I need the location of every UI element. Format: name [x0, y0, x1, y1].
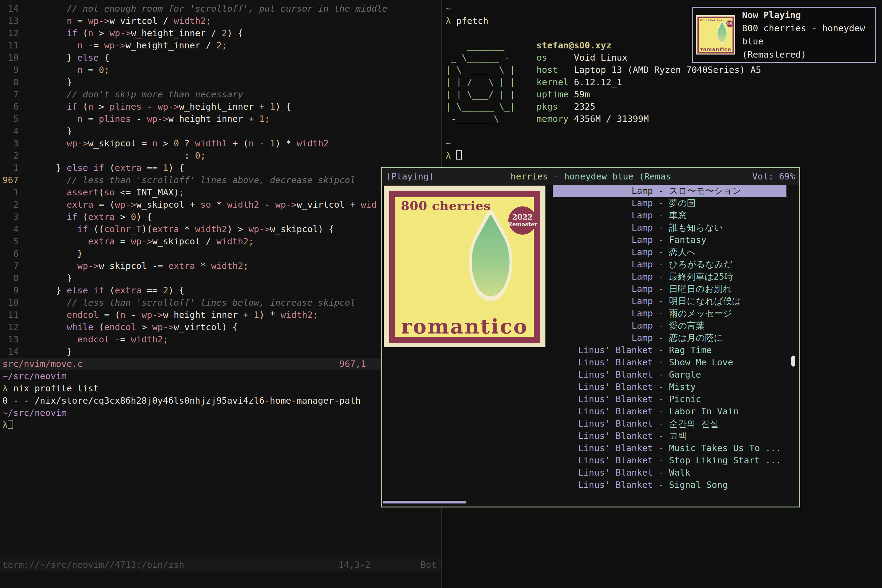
- playlist-title: 夢の国: [669, 197, 696, 209]
- playlist-title: 고백: [669, 430, 687, 442]
- playlist-separator: -: [653, 356, 669, 368]
- terminal-line: 0 - - /nix/store/cq3cx86h28j0y46ls0nhjzj…: [3, 394, 361, 407]
- line-number: 6: [3, 248, 19, 260]
- playlist-artist: Linus' Blanket: [553, 430, 653, 442]
- playlist-item[interactable]: Linus' Blanket - Walk: [553, 466, 786, 478]
- code-line[interactable]: 10 } else {: [3, 51, 387, 64]
- line-number: 5: [3, 235, 19, 248]
- progress-bar[interactable]: [383, 501, 466, 504]
- playlist-item[interactable]: Lamp - 夢の国: [553, 197, 786, 209]
- statusline-ruler: 967,1: [339, 358, 366, 370]
- playlist-title: Stop Liking Start ...: [669, 454, 781, 466]
- line-number: 10: [3, 297, 19, 309]
- playlist-title: スロ〜モ〜ション: [669, 184, 741, 197]
- playlist-item[interactable]: Linus' Blanket - Misty: [553, 381, 786, 393]
- playlist-separator: -: [653, 197, 669, 209]
- line-number: 9: [3, 284, 19, 297]
- code-line[interactable]: 2 : 0;: [3, 150, 387, 162]
- playlist-item[interactable]: Lamp - 雨のメッセージ: [553, 307, 786, 320]
- playlist-item[interactable]: Linus' Blanket - Gargle: [553, 368, 786, 381]
- playlist-item[interactable]: Linus' Blanket - 순간의 진실: [553, 417, 786, 430]
- code-line[interactable]: 4 if ((colnr_T)(extra * width2) > wp->w_…: [3, 223, 387, 235]
- playlist-item[interactable]: Linus' Blanket - Show Me Love: [553, 356, 786, 368]
- playlist-item[interactable]: Linus' Blanket - Music Takes Us To ...: [553, 442, 786, 454]
- playlist-item[interactable]: Linus' Blanket - Rag Time: [553, 344, 786, 356]
- playlist-title: Rag Time: [669, 344, 712, 356]
- playlist-item[interactable]: Lamp - 恋人へ: [553, 246, 786, 258]
- album-thumbnail: 800 cherries 2022 Remaster romantico: [696, 12, 735, 58]
- playlist-item[interactable]: Linus' Blanket - Picnic: [553, 393, 786, 405]
- terminal-output[interactable]: ~/src/neovimλ nix profile list0 - - /nix…: [3, 370, 361, 431]
- code-line[interactable]: 13 endcol -= width2;: [3, 333, 387, 345]
- code-line[interactable]: 4 }: [3, 125, 387, 137]
- code-line[interactable]: 7 // don't skip more than necessary: [3, 88, 387, 100]
- playlist-item[interactable]: Lamp - スロ〜モ〜ション: [553, 184, 786, 197]
- line-number: 11: [3, 309, 19, 321]
- playlist-artist: Lamp: [553, 295, 653, 307]
- code-line[interactable]: 5 n = plines - wp->w_height_inner + 1;: [3, 113, 387, 125]
- playlist-separator: -: [653, 246, 669, 258]
- playlist-title: 車窓: [669, 209, 687, 221]
- code-line[interactable]: 1 } else if (extra == 1) {: [3, 162, 387, 174]
- code-line[interactable]: 12 while (endcol > wp->w_virtcol) {: [3, 321, 387, 333]
- editor-pane: 14 // not enough room for 'scrolloff', p…: [0, 0, 441, 588]
- code-line[interactable]: 6 if (n > plines - wp->w_height_inner + …: [3, 100, 387, 113]
- playlist-item[interactable]: Lamp - 最終列車は25時: [553, 270, 786, 283]
- playlist-item[interactable]: Lamp - 愛の言葉: [553, 320, 786, 332]
- playlist-title: ひろがるなみだ: [669, 258, 732, 270]
- code-line[interactable]: 8 }: [3, 76, 387, 88]
- playlist-item[interactable]: Lamp - 日曜日のお別れ: [553, 283, 786, 295]
- code-line[interactable]: 13 n = wp->w_virtcol / width2;: [3, 15, 387, 27]
- code-line[interactable]: 12 if (n > wp->w_height_inner / 2) {: [3, 27, 387, 39]
- playlist-scrollbar-thumb[interactable]: [791, 356, 795, 367]
- code-line[interactable]: 2 extra = (wp->w_skipcol + so * width2 -…: [3, 198, 387, 211]
- playlist-title: Labor In Vain: [669, 405, 738, 417]
- code-line[interactable]: 5 extra = wp->w_skipcol / width2;: [3, 235, 387, 248]
- code-line[interactable]: 967 // less than 'scrolloff' lines above…: [3, 174, 387, 186]
- playlist-item[interactable]: Linus' Blanket - Signal Song: [553, 478, 786, 491]
- playlist-artist: Linus' Blanket: [553, 344, 653, 356]
- code-line[interactable]: 11 n -= wp->w_height_inner / 2;: [3, 39, 387, 51]
- song-marquee: herries - honeydew blue (Remas: [510, 170, 671, 183]
- code-line[interactable]: 7 wp->w_skipcol -= extra * width2;: [3, 260, 387, 272]
- playlist[interactable]: Lamp - スロ〜モ〜ションLamp - 夢の国Lamp - 車窓Lamp -…: [553, 184, 786, 491]
- code-line[interactable]: 10 // less than 'scrolloff' lines below,…: [3, 297, 387, 309]
- playlist-separator: -: [653, 405, 669, 417]
- playlist-item[interactable]: Linus' Blanket - Stop Liking Start ...: [553, 454, 786, 466]
- code-line[interactable]: 6 }: [3, 248, 387, 260]
- album-art: 800 cherries 2022 Remaster romantico: [384, 186, 545, 347]
- playlist-item[interactable]: Lamp - Fantasy: [553, 234, 786, 246]
- playlist-title: Signal Song: [669, 478, 728, 491]
- code-line[interactable]: 9 } else if (extra == 2) {: [3, 284, 387, 297]
- playlist-item[interactable]: Lamp - 恋は月の蔭に: [553, 332, 786, 344]
- line-number: 6: [3, 100, 19, 113]
- playlist-item[interactable]: Lamp - 明日になれば僕は: [553, 295, 786, 307]
- line-number: 11: [3, 39, 19, 51]
- code-line[interactable]: 1 assert(so <= INT_MAX);: [3, 186, 387, 198]
- playlist-title: 雨のメッセージ: [669, 307, 732, 320]
- code-line[interactable]: 3 if (extra > 0) {: [3, 211, 387, 223]
- code-line[interactable]: 14 }: [3, 345, 387, 358]
- playlist-item[interactable]: Linus' Blanket - Labor In Vain: [553, 405, 786, 417]
- line-number: 7: [3, 88, 19, 100]
- shell-line: | | \___/ | | uptime 59m: [446, 88, 761, 100]
- playlist-item[interactable]: Linus' Blanket - 고백: [553, 430, 786, 442]
- code-area[interactable]: 14 // not enough room for 'scrolloff', p…: [3, 3, 387, 358]
- code-line[interactable]: 9 n = 0;: [3, 64, 387, 76]
- playlist-item[interactable]: Lamp - ひろがるなみだ: [553, 258, 786, 270]
- shell-line: λ: [446, 150, 761, 162]
- scroll-position-label: Bot: [420, 559, 436, 571]
- code-line[interactable]: 11 endcol = (n - wp->w_height_inner + 1)…: [3, 309, 387, 321]
- playlist-title: Misty: [669, 381, 696, 393]
- playlist-item[interactable]: Lamp - 誰も知らない: [553, 221, 786, 234]
- playlist-item[interactable]: Lamp - 車窓: [553, 209, 786, 221]
- code-line[interactable]: 8 }: [3, 272, 387, 284]
- playlist-artist: Lamp: [553, 234, 653, 246]
- playlist-artist: Lamp: [553, 246, 653, 258]
- now-playing-notification[interactable]: 800 cherries 2022 Remaster romantico Now…: [692, 7, 876, 63]
- line-number: 2: [3, 150, 19, 162]
- playlist-artist: Linus' Blanket: [553, 454, 653, 466]
- terminal-line: ~/src/neovim: [3, 407, 361, 419]
- code-line[interactable]: 14 // not enough room for 'scrolloff', p…: [3, 3, 387, 15]
- code-line[interactable]: 3 wp->w_skipcol = n > 0 ? width1 + (n - …: [3, 137, 387, 150]
